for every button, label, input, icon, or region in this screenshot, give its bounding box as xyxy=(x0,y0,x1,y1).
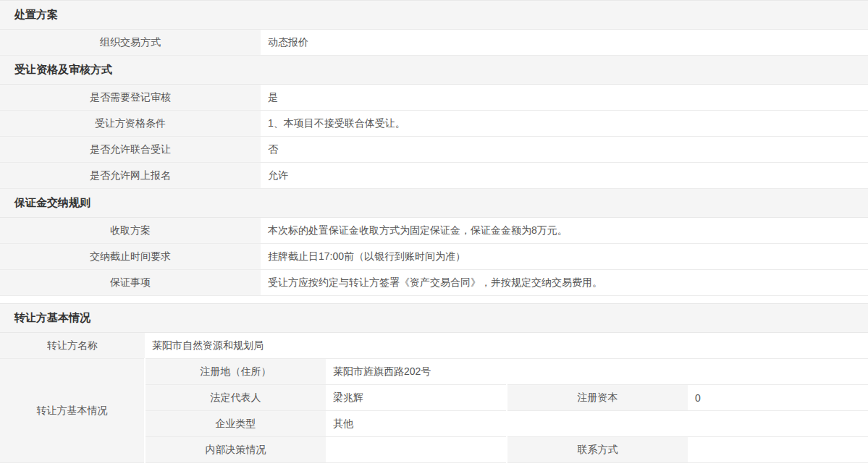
table-row: 受让方资格条件 1、本项目不接受联合体受让。 xyxy=(0,111,868,137)
section-row-qualification: 受让资格及审核方式 xyxy=(0,56,868,85)
row-label-legal-representative: 法定代表人 xyxy=(145,385,326,411)
row-label-payment-deadline: 交纳截止时间要求 xyxy=(0,244,261,270)
disposal-and-deposit-table: 处置方案 组织交易方式 动态报价 受让资格及审核方式 是否需要登记审核 是 受让… xyxy=(0,0,868,296)
row-value-transferee-conditions: 1、本项目不接受联合体受让。 xyxy=(261,111,868,137)
table-row: 组织交易方式 动态报价 xyxy=(0,30,868,56)
row-label-internal-decision: 内部决策情况 xyxy=(145,437,326,463)
section-header-disposal-plan: 处置方案 xyxy=(0,1,868,30)
row-value-contact-info xyxy=(688,437,868,463)
row-label-trade-method: 组织交易方式 xyxy=(0,30,261,56)
row-value-joint-transfer: 否 xyxy=(261,137,868,163)
table-row: 是否允许网上报名 允许 xyxy=(0,163,868,189)
row-label-joint-transfer: 是否允许联合受让 xyxy=(0,137,261,163)
section-header-transferor-info: 转让方基本情况 xyxy=(0,304,868,333)
table-row: 转让方名称 莱阳市自然资源和规划局 xyxy=(0,333,868,359)
section-header-deposit-rules: 保证金交纳规则 xyxy=(0,189,868,218)
section-row-disposal-plan: 处置方案 xyxy=(0,1,868,30)
row-value-guarantee-matters: 受让方应按约定与转让方签署《资产交易合同》，并按规定交纳交易费用。 xyxy=(261,270,868,296)
row-value-enterprise-type: 其他 xyxy=(326,411,868,437)
row-value-internal-decision xyxy=(326,437,507,463)
row-label-registration-review: 是否需要登记审核 xyxy=(0,85,261,111)
row-value-online-signup: 允许 xyxy=(261,163,868,189)
asset-listing-detail-page: 处置方案 组织交易方式 动态报价 受让资格及审核方式 是否需要登记审核 是 受让… xyxy=(0,0,868,463)
table-row: 收取方案 本次标的处置保证金收取方式为固定保证金，保证金金额为8万元。 xyxy=(0,218,868,244)
row-value-registration-review: 是 xyxy=(261,85,868,111)
row-value-registered-address: 莱阳市旌旗西路202号 xyxy=(326,359,868,385)
table-gap xyxy=(0,296,868,303)
row-label-guarantee-matters: 保证事项 xyxy=(0,270,261,296)
row-label-transferee-conditions: 受让方资格条件 xyxy=(0,111,261,137)
row-value-registered-capital: 0 xyxy=(688,385,868,411)
row-value-legal-representative: 梁兆辉 xyxy=(326,385,507,411)
row-value-trade-method: 动态报价 xyxy=(261,30,868,56)
row-label-enterprise-type: 企业类型 xyxy=(145,411,326,437)
row-label-transferor-name: 转让方名称 xyxy=(0,333,145,359)
section-header-qualification: 受让资格及审核方式 xyxy=(0,56,868,85)
table-row: 是否允许联合受让 否 xyxy=(0,137,868,163)
transferor-info-table: 转让方基本情况 转让方名称 莱阳市自然资源和规划局 转让方基本情况 注册地（住所… xyxy=(0,303,868,463)
row-value-payment-deadline: 挂牌截止日17:00前（以银行到账时间为准） xyxy=(261,244,868,270)
section-row-deposit-rules: 保证金交纳规则 xyxy=(0,189,868,218)
table-row: 是否需要登记审核 是 xyxy=(0,85,868,111)
row-label-contact-info: 联系方式 xyxy=(507,437,688,463)
row-value-transferor-name: 莱阳市自然资源和规划局 xyxy=(145,333,868,359)
table-row: 转让方基本情况 注册地（住所） 莱阳市旌旗西路202号 xyxy=(0,359,868,385)
table-row: 保证事项 受让方应按约定与转让方签署《资产交易合同》，并按规定交纳交易费用。 xyxy=(0,270,868,296)
row-label-registered-address: 注册地（住所） xyxy=(145,359,326,385)
row-label-online-signup: 是否允许网上报名 xyxy=(0,163,261,189)
section-row-transferor-info: 转让方基本情况 xyxy=(0,304,868,333)
row-value-collection-plan: 本次标的处置保证金收取方式为固定保证金，保证金金额为8万元。 xyxy=(261,218,868,244)
group-label-transferor-basic: 转让方基本情况 xyxy=(0,359,145,463)
row-label-registered-capital: 注册资本 xyxy=(507,385,688,411)
table-row: 交纳截止时间要求 挂牌截止日17:00前（以银行到账时间为准） xyxy=(0,244,868,270)
row-label-collection-plan: 收取方案 xyxy=(0,218,261,244)
